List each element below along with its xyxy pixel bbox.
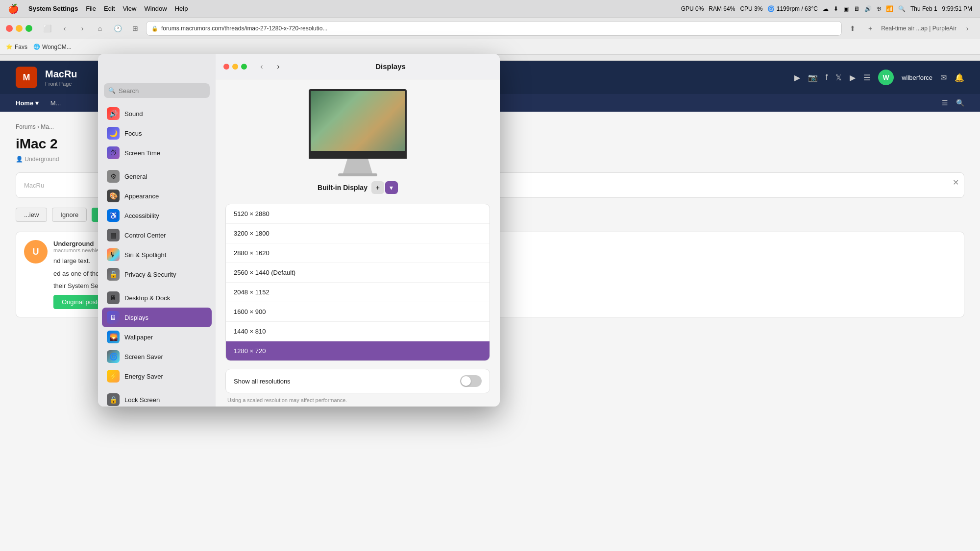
- imac-monitor: [304, 89, 412, 176]
- menubar-download[interactable]: ⬇: [833, 5, 838, 12]
- bookmarks-bar: ⭐ Favs 🌐 WongCM...: [0, 39, 980, 55]
- menubar-help[interactable]: Help: [175, 5, 188, 12]
- sidebar-item-general[interactable]: ⚙ General: [102, 167, 212, 186]
- resolution-panel: 5120 × 2880 3200 × 1800 2880 × 1620 2560…: [225, 204, 490, 361]
- sidebar-item-accessibility[interactable]: ♿ Accessibility: [102, 206, 212, 225]
- sidebar-search-icon: 🔍: [108, 87, 116, 94]
- mr-logo: M: [16, 67, 37, 88]
- wongcm-label: WongCM...: [42, 44, 72, 50]
- sidebar-item-sound[interactable]: 🔊 Sound: [102, 104, 212, 123]
- right-panel-text: Real-time air ...ap | PurpleAir: [881, 25, 956, 32]
- resolution-3200[interactable]: 3200 × 1800: [226, 224, 490, 243]
- nav-m[interactable]: M...: [50, 99, 61, 107]
- ignore-button[interactable]: Ignore: [52, 208, 87, 222]
- monitor-bezel: [309, 153, 407, 159]
- general-label: General: [124, 173, 147, 180]
- home-button[interactable]: ⌂: [93, 22, 107, 35]
- sidebar-item-screentime[interactable]: ⏱ Screen Time: [102, 143, 212, 163]
- search-icon[interactable]: 🔍: [956, 99, 964, 107]
- close-window-button[interactable]: [223, 64, 229, 70]
- panel-toggle-button[interactable]: ›: [960, 22, 974, 35]
- sidebar-item-wallpaper[interactable]: 🌄 Wallpaper: [102, 327, 212, 347]
- share-button[interactable]: ⬆: [846, 22, 859, 35]
- minimize-window-button[interactable]: [232, 64, 238, 70]
- sidebar-item-desktopdock[interactable]: 🖥 Desktop & Dock: [102, 288, 212, 308]
- view-button[interactable]: ...iew: [16, 208, 47, 222]
- menubar-window[interactable]: Window: [144, 5, 167, 12]
- sidebar-toggle-button[interactable]: ⬜: [40, 22, 54, 35]
- apple-menu-icon[interactable]: 🍎: [8, 3, 19, 14]
- resolution-2560-default[interactable]: 2560 × 1440 (Default): [226, 263, 490, 283]
- wallpaper-label: Wallpaper: [124, 334, 153, 341]
- sidebar-item-privacy[interactable]: 🔒 Privacy & Security: [102, 264, 212, 284]
- bookmark-favs[interactable]: ⭐ Favs: [6, 44, 27, 50]
- display-dropdown-button[interactable]: ▾: [385, 181, 398, 194]
- search-input[interactable]: [104, 83, 210, 98]
- resolution-2880[interactable]: 2880 × 1620: [226, 243, 490, 263]
- facebook-icon: f: [826, 73, 828, 82]
- now-icon: ▶: [794, 73, 800, 82]
- sidebar-list: 🔊 Sound 🌙 Focus ⏱ Screen Time ⚙ General …: [98, 104, 216, 407]
- menubar-search[interactable]: 🔍: [898, 5, 906, 12]
- screentime-label: Screen Time: [124, 149, 160, 157]
- list-view-icon[interactable]: ☰: [942, 99, 948, 107]
- forward-button[interactable]: ›: [75, 22, 89, 35]
- menubar-wifi[interactable]: 📶: [886, 5, 893, 12]
- menubar-file[interactable]: File: [86, 5, 96, 12]
- menubar-edit[interactable]: Edit: [104, 5, 115, 12]
- sidebar-item-screensaver[interactable]: 🌀 Screen Saver: [102, 347, 212, 366]
- appearance-label: Appearance: [124, 192, 159, 200]
- rss-icon: ☰: [863, 73, 870, 82]
- sidebar-item-energysaver[interactable]: ⚡ Energy Saver: [102, 366, 212, 386]
- menubar-ram: RAM 64%: [709, 5, 735, 12]
- accessibility-icon: ♿: [107, 209, 120, 222]
- focus-icon: 🌙: [107, 127, 120, 140]
- sidebar-item-focus[interactable]: 🌙 Focus: [102, 123, 212, 143]
- sidebar-item-displays[interactable]: 🖥 Displays: [102, 308, 212, 327]
- sidebar-item-siri[interactable]: 🎙 Siri & Spotlight: [102, 245, 212, 264]
- fullscreen-button[interactable]: [25, 25, 32, 32]
- menubar-view[interactable]: View: [123, 5, 137, 12]
- menubar-screenrecord[interactable]: ▣: [843, 5, 849, 12]
- menubar-cloud[interactable]: ☁: [823, 5, 829, 12]
- nav-home[interactable]: Home ▾: [16, 99, 39, 107]
- bookmarks-button[interactable]: 🕐: [111, 22, 124, 35]
- mail-icon: ✉: [940, 73, 947, 82]
- reply-placeholder: MacRu: [24, 182, 44, 189]
- sidebar-item-lockscreen[interactable]: 🔒 Lock Screen: [102, 390, 212, 407]
- resolution-1600[interactable]: 1600 × 900: [226, 302, 490, 322]
- sidebar-item-appearance[interactable]: 🎨 Appearance: [102, 186, 212, 206]
- screensaver-icon: 🌀: [107, 350, 120, 363]
- back-nav-button[interactable]: ‹: [256, 61, 268, 72]
- sound-icon: 🔊: [107, 107, 120, 120]
- show-all-toggle[interactable]: [460, 375, 482, 387]
- fullscreen-window-button[interactable]: [241, 64, 247, 70]
- minimize-button[interactable]: [16, 25, 23, 32]
- menubar-display-icon[interactable]: 🖥: [854, 5, 859, 12]
- sidebar-item-controlcenter[interactable]: ▤ Control Center: [102, 225, 212, 245]
- menubar-volume[interactable]: 🔊: [864, 5, 872, 12]
- reader-button[interactable]: ⊞: [128, 22, 142, 35]
- menubar-system-settings[interactable]: System Settings: [28, 5, 78, 12]
- resolution-1440[interactable]: 1440 × 810: [226, 322, 490, 341]
- menubar-bluetooth[interactable]: 𝔅: [877, 5, 881, 12]
- forward-nav-button[interactable]: ›: [272, 61, 284, 72]
- reply-close-button[interactable]: ✕: [953, 178, 959, 187]
- desktopdock-icon: 🖥: [107, 291, 120, 304]
- back-button[interactable]: ‹: [58, 22, 72, 35]
- resolution-1280-selected[interactable]: 1280 × 720: [226, 341, 490, 360]
- new-tab-button[interactable]: +: [863, 22, 877, 35]
- address-bar[interactable]: 🔒 forums.macrumors.com/threads/imac-27-1…: [146, 21, 842, 36]
- author-name: Underground: [24, 156, 59, 163]
- display-name-row: Built-in Display + ▾: [318, 181, 398, 194]
- address-text: forums.macrumors.com/threads/imac-27-128…: [161, 25, 327, 32]
- bookmark-wongcm[interactable]: 🌐 WongCM...: [33, 44, 72, 50]
- notifications-icon: 🔔: [955, 73, 964, 82]
- username: wilberforce: [902, 74, 932, 81]
- resolution-5120[interactable]: 5120 × 2880: [226, 204, 490, 224]
- add-display-button[interactable]: +: [371, 181, 384, 194]
- youtube-icon: ▶: [850, 73, 856, 82]
- window-controls: [223, 64, 247, 70]
- resolution-2048[interactable]: 2048 × 1152: [226, 283, 490, 302]
- close-button[interactable]: [6, 25, 13, 32]
